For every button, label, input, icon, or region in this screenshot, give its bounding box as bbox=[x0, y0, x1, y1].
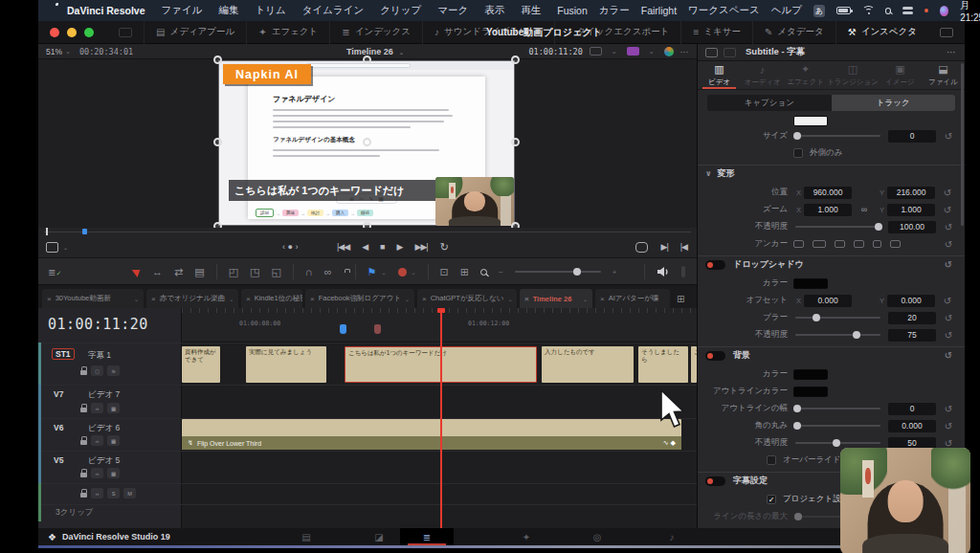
menu-clip[interactable]: クリップ bbox=[380, 4, 421, 17]
trim-tool-button[interactable]: ↔ bbox=[152, 266, 163, 277]
transform-section-header[interactable]: ∨ 変形 bbox=[698, 165, 965, 182]
close-icon[interactable]: × bbox=[524, 295, 529, 303]
wifi-icon[interactable] bbox=[862, 6, 873, 15]
zoom-full-extent-button[interactable]: ⊡ bbox=[440, 266, 449, 278]
background-toggle[interactable] bbox=[705, 351, 725, 361]
timeline-tab[interactable]: × 赤でオリジナル楽曲 ⌄ bbox=[146, 289, 238, 308]
lock-icon[interactable] bbox=[80, 440, 87, 445]
close-icon[interactable]: × bbox=[47, 295, 52, 303]
timeline-tab[interactable]: × 30Youtube動画新 ⌄ bbox=[42, 289, 144, 308]
track-controls-audio[interactable]: ‹› S M bbox=[80, 488, 136, 498]
zoom-minus-icon[interactable]: − bbox=[499, 268, 503, 276]
flag-button[interactable]: ⚑ bbox=[368, 266, 377, 278]
track-badge-v5[interactable]: V5 bbox=[54, 455, 63, 465]
prev-edit-icon[interactable]: |◀ bbox=[680, 242, 687, 252]
transform-handle[interactable] bbox=[511, 138, 520, 146]
mute-button[interactable]: M bbox=[123, 488, 136, 498]
viewer-canvas[interactable]: ファネルデザイン ファネルデザインの基本概念 ⊕ ✂ ✎ ▦ 認知 → 興味 bbox=[38, 59, 697, 228]
cc-icon[interactable]: ◻ bbox=[91, 365, 103, 376]
anchor-icon[interactable] bbox=[854, 240, 864, 248]
tab-video[interactable]: ▥ ビデオ bbox=[698, 61, 741, 89]
timeline-options-icon[interactable]: ≣✓ bbox=[48, 267, 61, 277]
timeline-tab[interactable]: × Kindle1位の秘密 ⌄ bbox=[241, 289, 302, 308]
menu-workspace[interactable]: ワークスペース bbox=[688, 4, 760, 17]
close-icon[interactable]: × bbox=[151, 295, 156, 303]
timeline-marker-blue[interactable] bbox=[340, 324, 346, 334]
track-grid-icon[interactable]: ▦ bbox=[107, 403, 120, 413]
link-icon[interactable]: ∞ bbox=[852, 205, 877, 214]
track-grid-icon[interactable]: ▦ bbox=[107, 435, 120, 446]
reset-icon[interactable]: ↺ bbox=[942, 438, 955, 449]
track-controls-v7[interactable]: ‹› ▦ bbox=[80, 403, 120, 413]
menu-view[interactable]: 表示 bbox=[484, 4, 504, 17]
menu-color[interactable]: カラー bbox=[599, 4, 630, 17]
reset-icon[interactable]: ↺ bbox=[941, 188, 954, 198]
anchor-icon[interactable] bbox=[793, 240, 804, 248]
keyframe-icons[interactable]: ∿ ◆ bbox=[663, 439, 676, 447]
media-pool-button[interactable]: ▤ メディアプール bbox=[144, 21, 246, 44]
subtitle-clip[interactable]: 入力したものです bbox=[542, 346, 634, 383]
reset-icon[interactable]: ↺ bbox=[942, 222, 955, 232]
minimize-window-button[interactable] bbox=[67, 28, 77, 37]
lock-icon[interactable] bbox=[80, 473, 87, 477]
reset-icon[interactable]: ↺ bbox=[942, 259, 955, 270]
bg-opacity-slider[interactable] bbox=[795, 442, 880, 444]
track-name-st1[interactable]: 字幕 1 bbox=[88, 350, 111, 362]
blur-value[interactable]: 20 bbox=[888, 312, 936, 324]
timeline-tab[interactable]: × AIアバターが喋 bbox=[595, 289, 670, 308]
position-x-field[interactable]: 960.000 bbox=[804, 187, 852, 199]
audio-monitor-icon[interactable] bbox=[657, 266, 670, 277]
track-name-v6[interactable]: ビデオ 6 bbox=[88, 423, 120, 434]
overwrite-clip-button[interactable]: ◳ bbox=[250, 266, 259, 278]
outer-only-checkbox[interactable] bbox=[793, 148, 803, 158]
new-timeline-icon[interactable]: ⊞ bbox=[677, 294, 684, 304]
menu-timeline[interactable]: タイムライン bbox=[302, 4, 364, 17]
opacity-value[interactable]: 100.00 bbox=[888, 221, 936, 233]
dropshadow-toggle[interactable] bbox=[705, 260, 725, 270]
zoom-detail-button[interactable]: ⊞ bbox=[460, 266, 469, 278]
auto-select-icon[interactable]: ‹› bbox=[91, 488, 103, 498]
razor-tool-button[interactable]: ▤ bbox=[194, 266, 204, 278]
mixer-button[interactable]: ≡ ミキサー bbox=[680, 21, 752, 44]
insert-clip-button[interactable]: ◰ bbox=[229, 266, 238, 278]
anchor-icon[interactable] bbox=[813, 240, 826, 248]
control-center-icon[interactable] bbox=[902, 7, 913, 15]
color-swatch-white[interactable] bbox=[793, 116, 828, 126]
viewer-options-icon[interactable]: ⋯ bbox=[680, 47, 690, 56]
segment-caption[interactable]: キャプション bbox=[707, 95, 832, 111]
menubar-clock[interactable]: 月 21:25 bbox=[960, 0, 980, 23]
menu-trim[interactable]: トリム bbox=[256, 4, 286, 17]
bg-color-swatch[interactable] bbox=[793, 369, 828, 380]
page-cut-button[interactable]: ◪ bbox=[352, 528, 406, 545]
anchor-icon[interactable] bbox=[873, 240, 881, 248]
lock-icon[interactable] bbox=[80, 493, 87, 498]
track-badge-v7[interactable]: V7 bbox=[54, 389, 63, 399]
segment-track[interactable]: トラック bbox=[832, 95, 956, 111]
menu-edit[interactable]: 編集 bbox=[219, 4, 239, 17]
shadow-opacity-slider[interactable] bbox=[795, 334, 880, 336]
menu-file[interactable]: ファイル bbox=[162, 4, 203, 17]
subtitle-clip[interactable]: 実際に見てみましょう bbox=[246, 346, 326, 383]
override-size-checkbox[interactable] bbox=[767, 455, 776, 465]
subtitle-clip[interactable]: そうしましたら bbox=[638, 346, 688, 383]
marker-button[interactable] bbox=[398, 268, 407, 276]
match-frame-icon[interactable] bbox=[635, 242, 648, 253]
transform-handle[interactable] bbox=[511, 55, 520, 64]
track-name-v7[interactable]: ビデオ 7 bbox=[88, 389, 120, 401]
reset-icon[interactable]: ↺ bbox=[942, 313, 955, 323]
chevron-down-icon[interactable]: ⌄ bbox=[412, 269, 416, 276]
bg-outline-color-swatch[interactable] bbox=[793, 387, 828, 397]
chevron-down-icon[interactable]: ⌄ bbox=[229, 296, 234, 302]
timeline-panel[interactable]: 01:00:08:00 01:00:12:00 01:00:11:20 ST1 … bbox=[38, 308, 697, 528]
go-to-start-button[interactable]: |◀◀ bbox=[337, 242, 349, 252]
lock-icon[interactable] bbox=[80, 370, 87, 375]
video-frame[interactable]: ファネルデザイン ファネルデザインの基本概念 ⊕ ✂ ✎ ▦ 認知 → 興味 bbox=[218, 60, 515, 226]
timeline-ruler[interactable]: 01:00:08:00 01:00:12:00 bbox=[182, 308, 697, 343]
chevron-down-icon[interactable]: ⌄ bbox=[134, 296, 139, 302]
jog-control[interactable]: ‹ ● › bbox=[282, 242, 298, 252]
tab-file[interactable]: ⬓ ファイル bbox=[922, 61, 965, 89]
page-edit-button[interactable]: ≣ bbox=[400, 528, 454, 545]
page-media-button[interactable]: ▤ bbox=[279, 528, 333, 545]
snapping-button[interactable]: ∩ bbox=[305, 266, 313, 277]
timeline-zoom-slider[interactable] bbox=[515, 271, 601, 273]
